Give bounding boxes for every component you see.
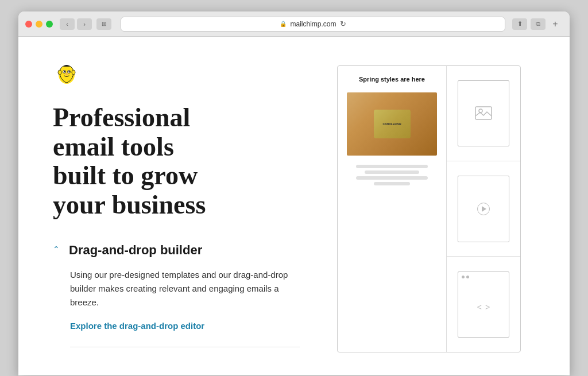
left-panel: Professional email tools built to grow y…	[53, 60, 300, 352]
feature-description: Using our pre-designed templates and our…	[53, 268, 300, 309]
email-product-image: CANDLEFISH	[347, 92, 437, 156]
feature-link[interactable]: Explore the drag-and-drop editor	[53, 321, 300, 331]
feature-section: ⌃ Drag-and-drop builder Using our pre-de…	[53, 242, 300, 347]
candle-label: CANDLEFISH	[382, 122, 401, 126]
code-dots	[462, 276, 505, 278]
sidebar-video-block	[447, 162, 520, 257]
svg-point-5	[68, 71, 69, 72]
refresh-icon[interactable]: ↻	[340, 20, 346, 28]
play-button-icon	[477, 203, 490, 215]
logo-area	[53, 60, 300, 90]
code-arrows: < >	[462, 281, 505, 334]
browser-window: ‹ › ⊞ 🔒 mailchimp.com ↻ ⬆ ⧉ +	[18, 11, 570, 375]
text-line-3	[356, 176, 428, 180]
svg-point-8	[72, 70, 75, 75]
feature-header: ⌃ Drag-and-drop builder	[53, 242, 300, 259]
page-content: Professional email tools built to grow y…	[18, 37, 570, 375]
code-dot-1	[462, 276, 465, 278]
nav-buttons: ‹ ›	[60, 18, 92, 30]
sidebar-code-block: < >	[447, 257, 520, 352]
image-placeholder	[458, 80, 509, 146]
share-button[interactable]: ⬆	[512, 18, 527, 30]
email-subject: Spring styles are here	[347, 75, 437, 83]
right-panel: Spring styles are here CANDLEFISH	[323, 60, 535, 352]
svg-point-4	[64, 71, 65, 72]
tabs-button[interactable]: ⧉	[531, 18, 546, 30]
browser-actions: ⬆ ⧉	[512, 18, 546, 30]
url-text: mailchimp.com	[290, 20, 336, 28]
text-line-2	[365, 170, 419, 174]
add-tab-button[interactable]: +	[548, 18, 563, 30]
svg-point-6	[65, 73, 68, 75]
sidebar-image-block	[447, 66, 520, 161]
forward-button[interactable]: ›	[77, 18, 92, 30]
feature-divider	[70, 347, 300, 347]
candle-tin: CANDLEFISH	[374, 110, 411, 138]
code-dot-2	[466, 276, 469, 278]
arrow-right-icon: >	[485, 303, 490, 312]
maximize-button[interactable]	[46, 21, 53, 28]
back-button[interactable]: ‹	[60, 18, 75, 30]
svg-point-7	[58, 70, 61, 75]
video-placeholder	[458, 176, 509, 242]
lock-icon: 🔒	[280, 21, 287, 27]
main-heading: Professional email tools built to grow y…	[53, 103, 300, 219]
code-placeholder: < >	[458, 272, 509, 338]
svg-rect-9	[475, 107, 492, 119]
address-bar[interactable]: 🔒 mailchimp.com ↻	[121, 17, 505, 32]
email-main-content: Spring styles are here CANDLEFISH	[338, 66, 447, 352]
mailchimp-logo	[53, 60, 80, 87]
minimize-button[interactable]	[36, 21, 42, 28]
play-triangle	[482, 206, 486, 212]
window-view-button[interactable]: ⊞	[96, 18, 111, 30]
email-sidebar-blocks: < >	[447, 66, 520, 352]
browser-titlebar: ‹ › ⊞ 🔒 mailchimp.com ↻ ⬆ ⧉ +	[18, 11, 570, 37]
close-button[interactable]	[25, 21, 32, 28]
chevron-up-icon[interactable]: ⌃	[53, 245, 60, 254]
svg-point-10	[479, 109, 482, 113]
email-preview: Spring styles are here CANDLEFISH	[337, 65, 521, 352]
arrow-left-icon: <	[477, 303, 482, 312]
traffic-lights	[25, 21, 53, 28]
text-line-1	[356, 165, 428, 168]
feature-title: Drag-and-drop builder	[69, 242, 202, 259]
email-text-lines	[347, 165, 437, 185]
text-line-4	[374, 182, 410, 185]
image-icon	[475, 106, 492, 120]
